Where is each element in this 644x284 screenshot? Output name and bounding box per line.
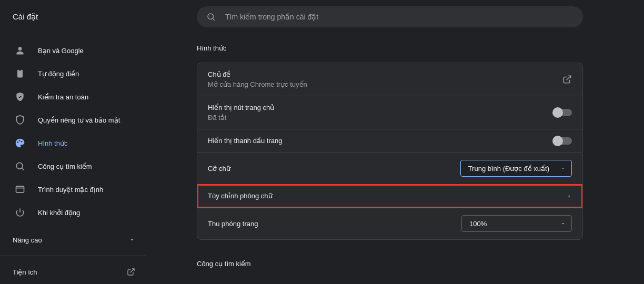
svg-point-6 bbox=[19, 140, 21, 142]
person-icon bbox=[15, 45, 25, 56]
shield-check-icon bbox=[15, 92, 25, 102]
shield-icon bbox=[15, 115, 25, 125]
svg-line-13 bbox=[567, 76, 571, 80]
sidebar-item-safety-check[interactable]: Kiểm tra an toàn bbox=[11, 85, 142, 108]
sidebar-item-autofill[interactable]: Tự động điền bbox=[11, 62, 142, 85]
row-title: Chủ đề bbox=[208, 70, 307, 78]
sidebar-item-default-browser[interactable]: Trình duyệt mặc định bbox=[11, 178, 142, 201]
sidebar-item-search-engine[interactable]: Công cụ tìm kiếm bbox=[11, 155, 142, 178]
clipboard-icon bbox=[15, 68, 25, 79]
palette-icon bbox=[15, 138, 25, 148]
svg-point-0 bbox=[208, 14, 214, 19]
sidebar-item-appearance[interactable]: Hình thức bbox=[11, 131, 142, 155]
svg-rect-3 bbox=[17, 70, 23, 78]
select-value: Trung bình (Được đề xuất) bbox=[468, 165, 549, 173]
row-title: Thu phóng trang bbox=[208, 220, 258, 228]
sidebar-item-label: Bạn và Google bbox=[38, 47, 84, 55]
row-customize-fonts[interactable]: Tùy chỉnh phông chữ bbox=[197, 185, 582, 208]
svg-line-12 bbox=[130, 269, 134, 272]
row-title: Hiển thị nút trang chủ bbox=[208, 104, 274, 111]
search-input[interactable] bbox=[225, 13, 573, 21]
svg-point-7 bbox=[21, 141, 23, 143]
page-zoom-select[interactable]: 100% bbox=[461, 215, 572, 232]
select-value: 100% bbox=[469, 220, 487, 228]
row-font-size: Cỡ chữ Trung bình (Được đề xuất) bbox=[197, 153, 582, 185]
sidebar-item-label: Tự động điền bbox=[38, 70, 79, 78]
svg-point-5 bbox=[17, 141, 19, 143]
svg-rect-4 bbox=[19, 69, 22, 70]
row-theme[interactable]: Chủ đề Mở cửa hàng Chrome trực tuyến bbox=[197, 63, 582, 96]
search-wrap bbox=[146, 6, 644, 27]
search-icon bbox=[206, 12, 216, 22]
sidebar-item-label: Kiểm tra an toàn bbox=[38, 93, 88, 101]
app-title: Cài đặt bbox=[0, 12, 146, 22]
svg-point-2 bbox=[18, 47, 22, 50]
open-in-new-icon bbox=[127, 268, 135, 276]
divider bbox=[0, 256, 146, 256]
home-button-toggle[interactable] bbox=[554, 109, 572, 116]
browser-icon bbox=[15, 184, 25, 195]
sidebar-advanced[interactable]: Nâng cao bbox=[0, 228, 146, 251]
row-title: Cỡ chữ bbox=[208, 165, 230, 173]
chevron-right-icon bbox=[567, 194, 572, 199]
sidebar-item-privacy[interactable]: Quyền riêng tư và bảo mật bbox=[11, 108, 142, 131]
power-icon bbox=[15, 207, 25, 218]
chevron-down-icon bbox=[560, 220, 566, 227]
row-title: Tùy chỉnh phông chữ bbox=[208, 192, 273, 200]
search-icon bbox=[15, 161, 25, 171]
row-bookmark-bar: Hiển thị thanh dấu trang bbox=[197, 129, 582, 153]
sidebar-item-on-startup[interactable]: Khi khởi động bbox=[11, 201, 142, 224]
sidebar-item-label: Quyền riêng tư và bảo mật bbox=[38, 116, 120, 124]
next-section-title: Công cụ tìm kiếm bbox=[197, 260, 583, 268]
sidebar-item-you-and-google[interactable]: Bạn và Google bbox=[11, 39, 142, 62]
font-size-select[interactable]: Trung bình (Được đề xuất) bbox=[460, 160, 572, 177]
header: Cài đặt bbox=[0, 0, 644, 34]
search-box[interactable] bbox=[197, 6, 583, 27]
appearance-card: Chủ đề Mở cửa hàng Chrome trực tuyến Hiể… bbox=[197, 63, 583, 240]
sidebar-item-label: Công cụ tìm kiếm bbox=[38, 163, 92, 170]
sidebar-advanced-label: Nâng cao bbox=[13, 236, 42, 244]
sidebar: Bạn và Google Tự động điền Kiểm tra an t… bbox=[0, 34, 146, 284]
row-home-button: Hiển thị nút trang chủ Đã tắt bbox=[197, 96, 582, 129]
svg-point-8 bbox=[16, 163, 23, 169]
row-title: Hiển thị thanh dấu trang bbox=[208, 137, 282, 145]
svg-line-9 bbox=[22, 168, 24, 170]
svg-line-1 bbox=[213, 18, 214, 20]
sidebar-item-label: Trình duyệt mặc định bbox=[38, 186, 103, 194]
main-content: Hình thức Chủ đề Mở cửa hàng Chrome trực… bbox=[146, 34, 644, 284]
bookmark-bar-toggle[interactable] bbox=[554, 137, 572, 145]
section-title: Hình thức bbox=[197, 44, 644, 52]
sidebar-item-label: Hình thức bbox=[38, 139, 67, 147]
chevron-down-icon bbox=[560, 165, 566, 171]
row-subtitle: Đã tắt bbox=[208, 114, 274, 121]
sidebar-extensions-label: Tiện ích bbox=[13, 268, 37, 276]
sidebar-item-label: Khi khởi động bbox=[38, 209, 80, 217]
sidebar-extensions[interactable]: Tiện ích bbox=[0, 260, 146, 283]
row-subtitle: Mở cửa hàng Chrome trực tuyến bbox=[208, 80, 307, 88]
chevron-down-icon bbox=[129, 237, 135, 243]
open-in-new-icon bbox=[562, 75, 572, 84]
row-page-zoom: Thu phóng trang 100% bbox=[197, 208, 582, 239]
body: Bạn và Google Tự động điền Kiểm tra an t… bbox=[0, 34, 644, 284]
svg-rect-10 bbox=[16, 186, 24, 192]
